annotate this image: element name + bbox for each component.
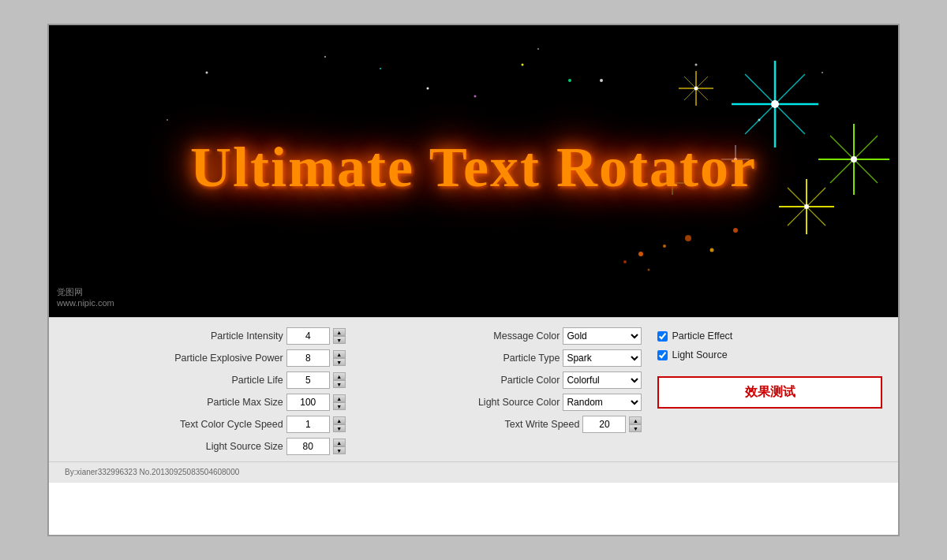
message-color-label: Message Color [361, 330, 560, 342]
text-write-speed-spinner: ▲ ▼ [629, 416, 642, 432]
text-cycle-speed-down[interactable]: ▼ [333, 424, 346, 432]
svg-point-6 [167, 119, 168, 121]
particle-life-down[interactable]: ▼ [333, 380, 346, 388]
right-controls: Particle Effect Light Source 效果测试 [657, 327, 882, 455]
message-color-select[interactable]: Gold Red Blue White Random [563, 327, 642, 345]
svg-point-3 [537, 48, 539, 50]
footer-text: By:xianer332996323 No.201309250835046080… [65, 468, 239, 476]
svg-point-5 [695, 64, 698, 66]
svg-point-2 [427, 88, 429, 90]
light-source-checkbox[interactable] [657, 350, 668, 360]
light-source-size-input[interactable] [286, 438, 330, 455]
light-source-size-up[interactable]: ▲ [333, 439, 346, 446]
light-source-color-row: Light Source Color Random Red Gold Blue … [361, 394, 642, 411]
particle-maxsize-down[interactable]: ▼ [333, 402, 346, 410]
particle-maxsize-label: Particle Max Size [65, 397, 283, 408]
svg-point-38 [710, 248, 714, 252]
svg-point-41 [648, 269, 650, 271]
svg-point-44 [474, 95, 477, 98]
particle-explosive-label: Particle Explosive Power [65, 353, 283, 364]
particle-effect-checkbox-row: Particle Effect [657, 330, 882, 342]
particle-explosive-input[interactable] [286, 349, 330, 367]
particle-maxsize-input[interactable] [286, 394, 330, 411]
text-cycle-speed-spinner: ▲ ▼ [333, 416, 346, 432]
light-source-size-spinner: ▲ ▼ [333, 439, 346, 454]
particle-life-up[interactable]: ▲ [333, 372, 346, 380]
svg-point-8 [822, 72, 823, 73]
text-cycle-speed-row: Text Color Cycle Speed ▲ ▼ [65, 416, 346, 433]
particle-intensity-up[interactable]: ▲ [333, 328, 346, 336]
text-cycle-speed-up[interactable]: ▲ [333, 416, 346, 424]
text-write-speed-input[interactable] [582, 416, 626, 433]
preview-area: Ultimate Text Rotator 觉图网 www.nipic.com [49, 25, 898, 317]
svg-point-0 [206, 72, 208, 74]
particle-type-row: Particle Type Spark Circle Star Snow [361, 349, 642, 367]
main-container: Ultimate Text Rotator 觉图网 www.nipic.com … [47, 24, 900, 536]
particle-maxsize-up[interactable]: ▲ [333, 394, 346, 402]
particle-color-label: Particle Color [361, 375, 560, 386]
text-write-speed-up[interactable]: ▲ [629, 416, 642, 424]
light-source-size-label: Light Source Size [65, 441, 283, 452]
particle-explosive-down[interactable]: ▼ [333, 358, 346, 366]
svg-point-35 [638, 252, 643, 256]
particle-intensity-label: Particle Intensity [65, 330, 283, 342]
particle-intensity-row: Particle Intensity ▲ ▼ [65, 327, 346, 345]
particle-intensity-input[interactable] [286, 327, 330, 345]
svg-point-42 [522, 64, 524, 66]
particle-life-spinner: ▲ ▼ [333, 372, 346, 388]
particle-intensity-spinner: ▲ ▼ [333, 328, 346, 344]
svg-point-18 [851, 156, 857, 162]
light-source-color-select[interactable]: Random Red Gold Blue White [563, 394, 642, 411]
particle-type-select[interactable]: Spark Circle Star Snow [563, 349, 642, 367]
light-source-checkbox-label: Light Source [672, 349, 727, 360]
controls-area: Particle Intensity ▲ ▼ Particle Explosiv… [49, 317, 898, 461]
light-source-checkbox-row: Light Source [657, 349, 882, 360]
svg-point-1 [324, 56, 326, 58]
svg-point-45 [380, 68, 381, 69]
particle-type-label: Particle Type [361, 353, 560, 364]
test-effect-button[interactable]: 效果测试 [657, 376, 882, 409]
particle-life-row: Particle Life ▲ ▼ [65, 371, 346, 389]
text-write-speed-down[interactable]: ▼ [629, 424, 642, 432]
svg-point-43 [568, 79, 571, 82]
text-cycle-speed-label: Text Color Cycle Speed [65, 419, 283, 430]
particle-explosive-spinner: ▲ ▼ [333, 350, 346, 366]
text-write-speed-label: Text Write Speed [361, 419, 580, 430]
svg-point-23 [804, 204, 809, 209]
left-controls: Particle Intensity ▲ ▼ Particle Explosiv… [65, 327, 346, 455]
particle-maxsize-spinner: ▲ ▼ [333, 394, 346, 410]
preview-title: Ultimate Text Rotator [190, 135, 757, 200]
text-write-speed-row: Text Write Speed ▲ ▼ [361, 416, 642, 433]
particle-explosive-row: Particle Explosive Power ▲ ▼ [65, 349, 346, 367]
light-source-color-label: Light Source Color [361, 397, 560, 408]
svg-point-36 [663, 245, 666, 248]
particle-life-input[interactable] [286, 371, 330, 389]
particle-life-label: Particle Life [65, 375, 283, 386]
particle-color-select[interactable]: Colorful Red Gold Blue White [563, 371, 642, 389]
svg-point-13 [771, 100, 779, 108]
light-source-size-down[interactable]: ▼ [333, 446, 346, 454]
middle-controls: Message Color Gold Red Blue White Random… [361, 327, 642, 455]
light-source-size-row: Light Source Size ▲ ▼ [65, 438, 346, 455]
particle-effect-checkbox[interactable] [657, 331, 668, 342]
watermark: 觉图网 www.nipic.com [57, 286, 114, 308]
particle-maxsize-row: Particle Max Size ▲ ▼ [65, 394, 346, 411]
svg-point-28 [694, 87, 698, 91]
text-cycle-speed-input[interactable] [286, 416, 330, 433]
particle-explosive-up[interactable]: ▲ [333, 350, 346, 358]
particle-color-row: Particle Color Colorful Red Gold Blue Wh… [361, 371, 642, 389]
particle-intensity-down[interactable]: ▼ [333, 336, 346, 344]
message-color-row: Message Color Gold Red Blue White Random [361, 327, 642, 345]
svg-point-39 [733, 228, 738, 233]
svg-point-40 [623, 260, 627, 263]
svg-point-37 [685, 235, 691, 241]
particle-effect-checkbox-label: Particle Effect [672, 330, 732, 342]
svg-point-4 [600, 79, 603, 82]
